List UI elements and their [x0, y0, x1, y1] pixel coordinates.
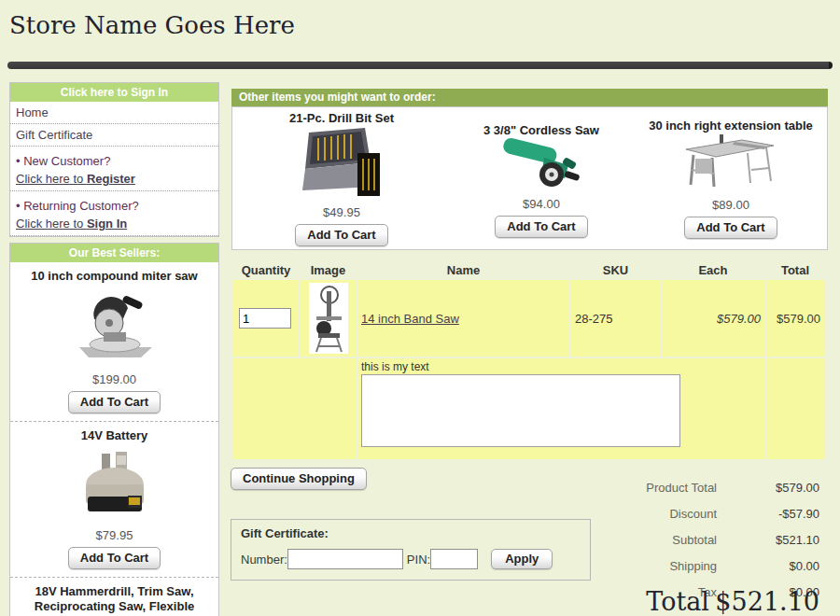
cross-sell-item: 30 inch right extension table $89.00 Add… — [639, 119, 822, 239]
column-header-sku: SKU — [571, 261, 660, 278]
continue-shopping-button[interactable]: Continue Shopping — [231, 468, 367, 490]
image-cell — [301, 280, 356, 357]
sidebar: Click here to Sign In Home Gift Certific… — [9, 82, 219, 616]
register-link-prefix: Click here to — [16, 172, 87, 186]
signin-link-bold: Sign In — [87, 217, 127, 231]
gift-pin-label: PIN: — [407, 553, 430, 567]
totals-value: $579.00 — [717, 481, 819, 495]
totals-label: Discount — [669, 507, 717, 521]
product-name: 21-Pc. Drill Bit Set — [245, 111, 438, 125]
cross-sell-panel: 21-Pc. Drill Bit Set $49.95 Add To Cart … — [231, 106, 828, 250]
column-header-quantity: Quantity — [233, 261, 299, 278]
column-header-name: Name — [357, 261, 569, 278]
product-price: $79.95 — [14, 528, 215, 542]
gift-number-input[interactable] — [287, 549, 403, 569]
total-cell: $579.00 — [766, 280, 824, 357]
sidebar-item-gift-certificate[interactable]: Gift Certificate — [10, 124, 218, 147]
totals-label: Shipping — [669, 559, 717, 573]
cart-table: Quantity Image Name SKU Each Total 14 i — [231, 259, 826, 461]
add-to-cart-button[interactable]: Add To Cart — [495, 216, 587, 238]
returning-customer-prompt: • Returning Customer? — [10, 191, 218, 215]
best-sellers-panel: Our Best Sellers: 10 inch compound miter… — [9, 243, 219, 616]
product-price: $49.95 — [245, 205, 438, 219]
product-name: 14V Battery — [14, 428, 215, 443]
signin-link-prefix: Click here to — [16, 217, 87, 231]
gift-pin-input[interactable] — [430, 549, 478, 569]
quantity-input[interactable] — [239, 308, 291, 329]
miter-saw-product-image — [66, 289, 163, 362]
product-name: 3 3/8" Cordless Saw — [449, 123, 634, 137]
product-name: 18V Hammerdrill, Trim Saw, Reciprocating… — [14, 584, 215, 616]
cart-note-row: this is my text — [233, 358, 824, 459]
cordless-saw-product-image — [499, 137, 583, 191]
product-price: $199.00 — [14, 372, 215, 386]
best-seller-item: 18V Hammerdrill, Trim Saw, Reciprocating… — [10, 577, 218, 616]
home-link[interactable]: Home — [16, 105, 213, 119]
best-seller-item: 14V Battery $79.95 Add To Cart — [10, 421, 218, 577]
gift-certificate-link[interactable]: Gift Certificate — [16, 128, 213, 142]
note-row-spacer — [233, 358, 356, 459]
totals-row-shipping: Shipping $0.00 — [523, 553, 819, 579]
totals-label: Subtotal — [672, 533, 717, 547]
totals-value: -$57.90 — [717, 507, 819, 521]
cross-sell-item: 21-Pc. Drill Bit Set $49.95 Add To Cart — [245, 111, 438, 246]
header-divider-bar — [7, 62, 833, 69]
totals-row-product-total: Product Total $579.00 — [523, 474, 819, 500]
each-cell: $579.00 — [662, 280, 764, 357]
register-link-row[interactable]: Click here to Register — [10, 170, 218, 191]
gift-number-label: Number: — [241, 553, 287, 567]
totals-row-discount: Discount -$57.90 — [523, 500, 819, 526]
product-name: 10 inch compound miter saw — [14, 269, 215, 284]
cart-item-row: 14 inch Band Saw 28-275 $579.00 $579.00 — [233, 280, 824, 357]
grand-total-row: Total $521.10 — [523, 587, 819, 616]
sku-cell: 28-275 — [571, 280, 660, 357]
note-label: this is my text — [361, 358, 761, 374]
add-to-cart-button[interactable]: Add To Cart — [68, 547, 161, 569]
page-title: Store Name Goes Here — [9, 11, 295, 39]
totals-value: $521.10 — [717, 533, 819, 547]
best-sellers-header: Our Best Sellers: — [10, 244, 218, 262]
column-header-total: Total — [766, 261, 824, 278]
totals-row-subtotal: Subtotal $521.10 — [523, 526, 819, 553]
order-totals: Product Total $579.00 Discount -$57.90 S… — [523, 474, 819, 605]
new-customer-prompt: • New Customer? — [10, 147, 218, 170]
column-header-each: Each — [662, 261, 764, 278]
grand-total-value: $521.10 — [709, 587, 819, 616]
quantity-cell — [233, 280, 299, 357]
totals-value: $0.00 — [717, 559, 819, 573]
add-to-cart-button[interactable]: Add To Cart — [68, 391, 161, 413]
extension-table-product-image — [679, 133, 783, 192]
note-cell: this is my text — [357, 358, 764, 459]
cart-item-link[interactable]: 14 inch Band Saw — [361, 312, 459, 326]
column-header-image: Image — [301, 261, 356, 278]
cross-sell-item: 3 3/8" Cordless Saw $94.00 Add To Cart — [449, 123, 634, 238]
register-link-bold: Register — [87, 172, 135, 186]
cart-header-row: Quantity Image Name SKU Each Total — [233, 261, 824, 278]
product-name: 30 inch right extension table — [639, 119, 822, 133]
battery-product-image — [70, 449, 160, 518]
signin-link[interactable]: Click here to Sign In — [16, 217, 127, 231]
add-to-cart-button[interactable]: Add To Cart — [295, 224, 387, 246]
totals-label: Product Total — [646, 481, 717, 495]
signin-panel-header[interactable]: Click here to Sign In — [10, 83, 218, 102]
signin-panel: Click here to Sign In Home Gift Certific… — [9, 82, 219, 237]
cross-sell-header: Other items you might want to order: — [231, 89, 828, 106]
band-saw-thumbnail — [309, 283, 348, 354]
product-price: $94.00 — [449, 197, 634, 211]
add-to-cart-button[interactable]: Add To Cart — [684, 217, 777, 239]
signin-link-row[interactable]: Click here to Sign In — [10, 215, 218, 236]
product-price: $89.00 — [639, 198, 822, 212]
best-seller-item: 10 inch compound miter saw $199.00 Add T… — [10, 262, 218, 421]
note-textarea[interactable] — [361, 374, 680, 447]
name-cell: 14 inch Band Saw — [357, 280, 569, 357]
grand-total-label: Total — [646, 587, 709, 616]
register-link[interactable]: Click here to Register — [16, 172, 135, 186]
note-row-total-spacer — [766, 358, 824, 459]
sidebar-item-home[interactable]: Home — [10, 102, 218, 124]
drill-bit-set-product-image — [287, 125, 397, 200]
